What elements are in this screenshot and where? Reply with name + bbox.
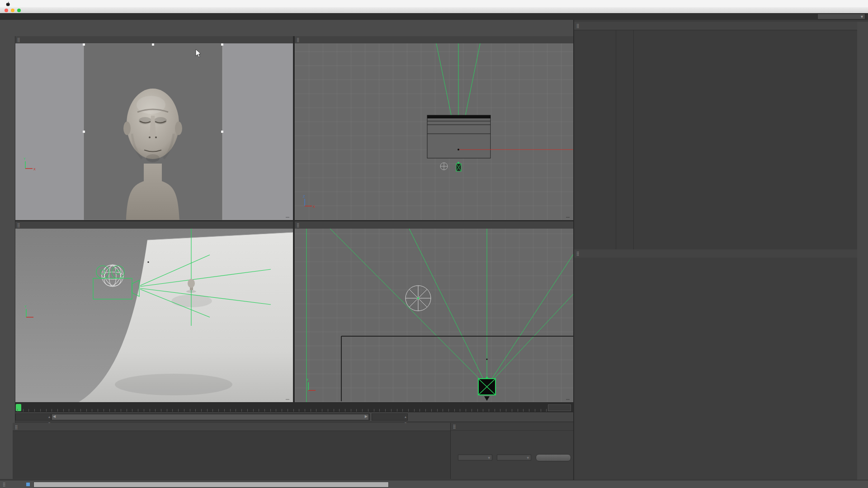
object-manager-menu: ⣿ (574, 22, 857, 30)
viewport-menu-bar: ⣿ (295, 36, 573, 44)
window-title-bar[interactable] (0, 7, 868, 14)
macos-menu-bar (0, 0, 868, 8)
manager-tabs (857, 22, 868, 249)
stop-render-button[interactable] (26, 483, 30, 486)
coordinate-manager: ⣿ ▾ ▾ (451, 423, 573, 479)
svg-text:Z: Z (303, 195, 305, 198)
minimize-window-button[interactable] (11, 9, 14, 12)
coord-mode-dropdown[interactable]: ▾ (458, 455, 492, 460)
panel-grip-icon[interactable]: ⣿ (297, 38, 300, 42)
status-bar: ⣿ (0, 480, 868, 488)
material-manager: ⣿ (13, 423, 451, 479)
object-tree (574, 30, 857, 249)
panel-grip-icon[interactable]: ⣿ (297, 223, 300, 227)
viewport-perspective-scene[interactable]: ⣿ (15, 221, 293, 402)
layout-selector: ▾ (815, 14, 865, 19)
range-start-field[interactable]: ▴▾ (15, 413, 52, 421)
panel-grip-icon[interactable]: ⣿ (576, 23, 580, 28)
grid-spacing-label (566, 217, 570, 218)
range-end-field[interactable]: ▴▾ (372, 413, 408, 421)
application-menu-bar: ▾ (0, 13, 868, 20)
studio-scene: Y (15, 229, 293, 402)
viewport-menu-bar: ⣿ (295, 221, 573, 229)
panel-grip-icon: ⣿ (3, 482, 6, 487)
animation-toolbar: ▴▾ ◀ ▶ ▴▾ (15, 413, 573, 422)
current-frame-field[interactable] (548, 404, 571, 411)
svg-text:Y: Y (23, 157, 26, 161)
attribute-manager-menu: ⣿ (574, 249, 857, 258)
svg-text:X: X (313, 205, 315, 209)
viewport-splitter-vertical[interactable] (293, 36, 295, 402)
material-manager-menu: ⣿ (13, 423, 450, 431)
main-toolbar (0, 20, 573, 37)
viewport-front[interactable]: ⣿ (295, 221, 573, 402)
panel-grip-icon[interactable]: ⣿ (576, 251, 580, 256)
coord-scale-dropdown[interactable]: ▾ (497, 455, 531, 460)
viewport-splitter-horizontal[interactable] (15, 220, 573, 221)
panel-grip-icon[interactable]: ⣿ (17, 223, 20, 227)
front-view-scene: Y (295, 229, 573, 402)
top-view-scene: Z X (295, 43, 573, 220)
apply-button[interactable] (536, 454, 571, 461)
right-panel: ⣿ ⣿ (574, 20, 868, 488)
macos-status-area (855, 0, 865, 7)
panel-grip-icon[interactable]: ⣿ (453, 424, 456, 429)
viewport-top[interactable]: ⣿ Z X (295, 36, 573, 220)
close-window-button[interactable] (5, 9, 8, 12)
apple-logo-icon[interactable] (5, 1, 10, 7)
viewport-menu-bar: ⣿ (15, 36, 293, 44)
viewport-menu-bar: ⣿ (15, 221, 293, 229)
svg-text:Y: Y (306, 378, 309, 382)
svg-text:X: X (33, 168, 36, 171)
rendered-head-scene: Y X (15, 43, 293, 220)
attribute-manager-content (574, 258, 857, 488)
grid-spacing-label (566, 399, 570, 400)
material-list (13, 431, 450, 479)
zoom-window-button[interactable] (17, 9, 21, 12)
panel-grip-icon[interactable]: ⣿ (15, 425, 18, 429)
grid-spacing-label (286, 399, 289, 400)
mouse-cursor (195, 49, 202, 58)
layout-dropdown[interactable]: ▾ (817, 14, 865, 19)
render-progress-bar (33, 482, 389, 488)
cinema4d-app: ▾ ⣿ (0, 0, 868, 488)
frame-range-slider[interactable]: ◀ ▶ (51, 413, 370, 421)
viewport-perspective-render[interactable]: ⣿ (15, 36, 293, 220)
mode-toolbar (0, 36, 15, 479)
grid-spacing-label (286, 217, 289, 218)
panel-grip-icon[interactable]: ⣿ (17, 38, 20, 42)
timeline-ruler[interactable] (15, 404, 573, 412)
svg-text:Y: Y (24, 305, 27, 309)
attribute-tabs (857, 249, 868, 488)
